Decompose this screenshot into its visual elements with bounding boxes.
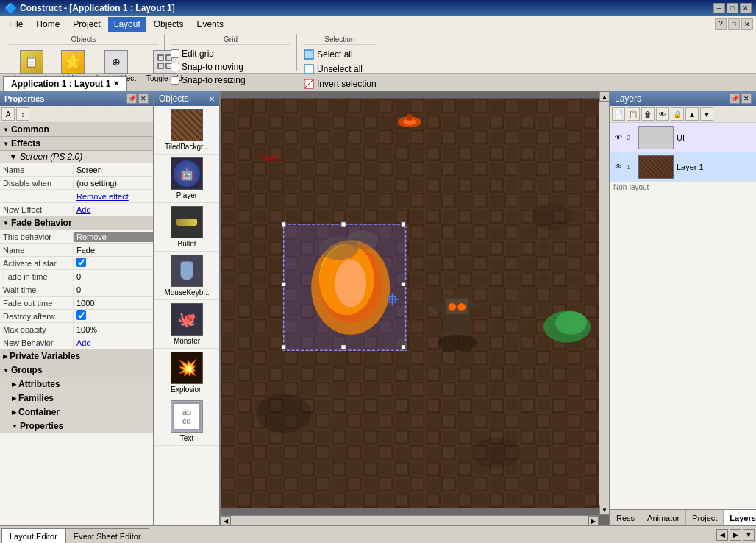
menu-home[interactable]: Home — [30, 17, 65, 32]
canvas-scrollbar-h[interactable]: ◀ ▶ — [221, 515, 599, 525]
scroll-track-v[interactable] — [599, 102, 609, 505]
scroll-track-h[interactable] — [231, 516, 588, 525]
menu-objects[interactable]: Objects — [148, 17, 190, 32]
close-button[interactable]: ✕ — [740, 3, 752, 13]
prop-remove-effect-link[interactable]: Remove effect — [74, 191, 153, 202]
right-tab-animator[interactable]: Animator — [641, 510, 686, 525]
screen-subsection-header[interactable]: ▼ Screen (PS 2.0) — [0, 151, 153, 163]
groups-section-header[interactable]: ▼ Groups — [0, 363, 153, 377]
prop-new-effect-link[interactable]: Add — [74, 205, 153, 215]
prop-new-effect-row: New Effect Add — [0, 203, 153, 216]
snap-resizing-row[interactable]: Snap-to resizing — [171, 74, 290, 86]
objects-panel-close[interactable]: ✕ — [209, 95, 215, 103]
private-vars-section-header[interactable]: ▶ Private Variables — [0, 349, 153, 363]
menu-events[interactable]: Events — [190, 17, 229, 32]
scroll-down-button[interactable]: ▼ — [599, 505, 609, 515]
menu-project[interactable]: Project — [67, 17, 106, 32]
destroy-checkbox[interactable] — [76, 310, 86, 320]
object-item-text[interactable]: abcd Text — [154, 397, 219, 446]
common-section-header[interactable]: ▼ Common — [0, 123, 153, 137]
layers-delete-button[interactable]: 🗑 — [641, 107, 655, 121]
object-item-tiled[interactable]: TiledBackgr... — [154, 106, 219, 155]
edit-grid-row[interactable]: Edit grid — [171, 48, 290, 60]
tab-layout1[interactable]: Application 1 : Layout 1 ✕ — [3, 76, 127, 90]
tab-layout1-close[interactable]: ✕ — [113, 79, 119, 88]
canvas-scrollbar-v[interactable]: ▲ ▼ — [599, 91, 609, 515]
select-all-row[interactable]: Select all — [303, 48, 377, 61]
effects-triangle: ▼ — [3, 141, 9, 147]
prop-new-behavior-link[interactable]: Add — [74, 338, 153, 348]
attributes-triangle: ▶ — [12, 381, 16, 388]
container-section-header[interactable]: ▶ Container — [0, 405, 153, 419]
svg-rect-27 — [401, 222, 405, 227]
object-item-bullet[interactable]: Bullet — [154, 203, 219, 252]
layers-lock-button[interactable]: 🔒 — [671, 107, 684, 121]
props-sort-az-button[interactable]: A — [1, 107, 15, 121]
fade-behavior-section-header[interactable]: ▼ Fade Behavior — [0, 216, 153, 230]
snap-moving-row[interactable]: Snap-to moving — [171, 61, 290, 73]
props-sort-button[interactable]: ↕ — [16, 107, 29, 121]
objects-list: TiledBackgr... 🤖 Player Bullet — [154, 106, 219, 525]
object-name-bullet: Bullet — [177, 240, 196, 248]
edit-grid-checkbox[interactable] — [171, 49, 179, 58]
title-bar-controls: ─ □ ✕ — [713, 3, 752, 13]
restore-button[interactable]: □ — [728, 18, 740, 30]
layers-close-button[interactable]: ✕ — [741, 93, 752, 104]
unselect-all-row[interactable]: Unselect all — [303, 63, 377, 76]
properties-close-button[interactable]: ✕ — [138, 93, 149, 104]
layer-item-1[interactable]: 👁 1 Layer 1 — [610, 152, 756, 182]
bottom-scroll-left[interactable]: ◀ — [716, 529, 728, 541]
layers-pin-button[interactable]: 📌 — [730, 93, 740, 104]
object-thumb-text: abcd — [171, 400, 203, 433]
families-section-header[interactable]: ▶ Families — [0, 391, 153, 405]
object-item-monster[interactable]: 🐙 Monster — [154, 300, 219, 349]
scroll-left-button[interactable]: ◀ — [221, 516, 231, 525]
layer-item-ui[interactable]: 👁 2 UI — [610, 123, 756, 152]
edit-grid-label: Edit grid — [182, 49, 214, 59]
properties-sub-section-header[interactable]: ▼ Properties — [0, 419, 153, 433]
right-tab-layers[interactable]: Layers — [724, 510, 756, 525]
close-panel-button[interactable]: ✕ — [741, 18, 753, 30]
layers-up-button[interactable]: ▲ — [685, 107, 699, 121]
scroll-up-button[interactable]: ▲ — [599, 91, 609, 102]
layers-visibility-button[interactable]: 👁 — [656, 107, 669, 121]
snap-moving-checkbox[interactable] — [171, 63, 179, 71]
snap-resizing-checkbox[interactable] — [171, 76, 179, 85]
canvas-area[interactable]: Text ▲ ▼ ◀ ▶ — [221, 91, 609, 525]
bottom-tab-event-sheet[interactable]: Event Sheet Editor — [65, 528, 149, 543]
scroll-right-button[interactable]: ▶ — [588, 516, 599, 525]
activate-checkbox[interactable] — [76, 258, 86, 267]
layers-add-button[interactable]: 📄 — [612, 107, 625, 121]
right-tab-ress[interactable]: Ress — [610, 510, 641, 525]
invert-selection-row[interactable]: Invert selection — [303, 77, 377, 90]
properties-pin-button[interactable]: 📌 — [126, 93, 137, 104]
bottom-tabs: Layout Editor Event Sheet Editor — [1, 526, 149, 543]
insert-object-icon: ⊕ — [104, 50, 128, 74]
attributes-section-header[interactable]: ▶ Attributes — [0, 377, 153, 391]
object-item-explosion[interactable]: 💥 Explosion — [154, 349, 219, 397]
layer-ui-name: UI — [677, 133, 753, 142]
prop-disable-value: (no setting) — [74, 178, 153, 188]
bottom-tab-layout-editor[interactable]: Layout Editor — [1, 528, 65, 543]
layers-copy-button[interactable]: 📋 — [627, 107, 640, 121]
help-button[interactable]: ? — [715, 18, 727, 30]
layers-down-button[interactable]: ▼ — [700, 107, 713, 121]
menu-file[interactable]: File — [3, 17, 29, 32]
layers-panel: Layers 📌 ✕ 📄 📋 🗑 👁 🔒 ▲ ▼ 👁 2 UI 👁 1 — [609, 91, 756, 525]
menu-layout[interactable]: Layout — [108, 17, 146, 32]
prop-max-opacity-row: Max opacity 100% — [0, 323, 153, 336]
container-label: Container — [18, 407, 60, 417]
right-tab-project[interactable]: Project — [686, 510, 724, 525]
maximize-button[interactable]: □ — [727, 3, 738, 13]
object-item-mousekeyb[interactable]: MouseKeyb... — [154, 252, 219, 300]
canvas-content[interactable]: Text — [221, 91, 599, 515]
snap-resizing-label: Snap-to resizing — [182, 75, 246, 85]
prop-name-row: Name Screen — [0, 163, 153, 177]
effects-section-header[interactable]: ▼ Effects — [0, 137, 153, 151]
svg-point-49 — [256, 394, 311, 433]
minimize-button[interactable]: ─ — [713, 3, 725, 13]
bottom-tab-menu[interactable]: ▼ — [743, 529, 755, 541]
bottom-scroll-right[interactable]: ▶ — [730, 529, 741, 541]
object-item-player[interactable]: 🤖 Player — [154, 155, 219, 203]
private-vars-label: Private Variables — [10, 351, 80, 361]
